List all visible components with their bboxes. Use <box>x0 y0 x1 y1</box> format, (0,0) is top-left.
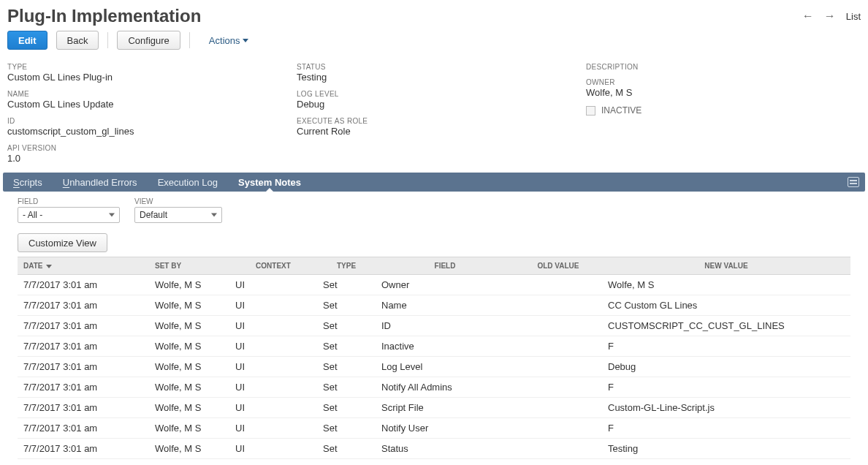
field-select-value: - All - <box>23 210 42 220</box>
cell-old <box>514 439 602 459</box>
table-row[interactable]: 7/7/2017 3:01 amWolfe, M SUISetInactiveF <box>18 336 850 357</box>
configure-button[interactable]: Configure <box>117 31 180 50</box>
tab-unhandled-errors[interactable]: Unhandled Errors <box>53 173 148 192</box>
field-label: EXECUTE AS ROLE <box>297 117 571 125</box>
filter-field: FIELD - All - <box>18 197 120 223</box>
cell-type: Set <box>317 439 376 459</box>
inactive-label: INACTIVE <box>601 105 642 116</box>
cell-old <box>514 459 602 466</box>
edit-button[interactable]: Edit <box>7 31 47 50</box>
cell-old <box>514 295 602 316</box>
cell-field: Status <box>376 439 514 459</box>
cell-old <box>514 418 602 439</box>
cell-old <box>514 357 602 377</box>
back-button[interactable]: Back <box>56 31 99 50</box>
cell-new: CC Custom GL Lines <box>602 295 850 316</box>
detail-field: IDcustomscript_custom_gl_lines <box>7 117 282 137</box>
field-label: ID <box>7 117 282 125</box>
cell-set_by: Wolfe, M S <box>149 418 229 439</box>
list-link[interactable]: List <box>846 11 861 22</box>
cell-set_by: Wolfe, M S <box>149 275 229 295</box>
table-row[interactable]: 7/7/2017 3:01 amWolfe, M SUISetScript Fi… <box>18 398 850 418</box>
field-value: Debug <box>297 99 571 110</box>
table-row[interactable]: 7/7/2017 3:01 amWolfe, M SUISetNotify Ow… <box>18 459 850 466</box>
cell-context: UI <box>229 377 317 398</box>
view-select[interactable]: Default <box>134 207 222 223</box>
cell-old <box>514 377 602 398</box>
cell-set_by: Wolfe, M S <box>149 398 229 418</box>
cell-context: UI <box>229 316 317 336</box>
field-value: Custom GL Lines Plug-in <box>7 72 282 83</box>
col-type[interactable]: TYPE <box>317 257 376 275</box>
col-date[interactable]: DATE <box>18 257 149 275</box>
table-row[interactable]: 7/7/2017 3:01 amWolfe, M SUISetLog Level… <box>18 357 850 377</box>
cell-type: Set <box>317 459 376 466</box>
cell-type: Set <box>317 275 376 295</box>
cell-set_by: Wolfe, M S <box>149 459 229 466</box>
cell-date: 7/7/2017 3:01 am <box>18 377 149 398</box>
table-row[interactable]: 7/7/2017 3:01 amWolfe, M SUISetNotify Us… <box>18 418 850 439</box>
cell-type: Set <box>317 377 376 398</box>
detail-field: STATUSTesting <box>297 63 571 83</box>
detail-field: API VERSION1.0 <box>7 144 282 164</box>
detail-field: TYPECustom GL Lines Plug-in <box>7 63 282 83</box>
filter-label: FIELD <box>18 197 120 205</box>
cell-old <box>514 275 602 295</box>
field-label: LOG LEVEL <box>297 90 571 98</box>
field-label: NAME <box>7 90 282 98</box>
cell-new: Debug <box>602 357 850 377</box>
actions-label: Actions <box>209 35 240 46</box>
filter-view: VIEW Default <box>134 197 222 223</box>
cell-new: Testing <box>602 439 850 459</box>
col-set-by[interactable]: SET BY <box>149 257 229 275</box>
nav-forward-icon[interactable]: → <box>824 10 836 22</box>
table-row[interactable]: 7/7/2017 3:01 amWolfe, M SUISetIDCUSTOMS… <box>18 316 850 336</box>
field-description: DESCRIPTION <box>586 63 861 71</box>
field-value: Current Role <box>297 126 571 137</box>
col-context[interactable]: CONTEXT <box>229 257 317 275</box>
col-old-value[interactable]: OLD VALUE <box>514 257 602 275</box>
table-row[interactable]: 7/7/2017 3:01 amWolfe, M SUISetOwnerWolf… <box>18 275 850 295</box>
detail-field: EXECUTE AS ROLECurrent Role <box>297 117 571 137</box>
field-label: API VERSION <box>7 144 282 152</box>
detail-field: NAMECustom GL Lines Update <box>7 90 282 110</box>
system-notes-table: DATE SET BY CONTEXT TYPE FIELD OLD VALUE… <box>18 257 850 465</box>
cell-new: F <box>602 418 850 439</box>
cell-date: 7/7/2017 3:01 am <box>18 295 149 316</box>
cell-context: UI <box>229 398 317 418</box>
cell-context: UI <box>229 357 317 377</box>
actions-dropdown[interactable]: Actions <box>209 35 249 46</box>
nav-back-icon[interactable]: ← <box>802 10 814 22</box>
field-value: Testing <box>297 72 571 83</box>
table-row[interactable]: 7/7/2017 3:01 amWolfe, M SUISetNotify Al… <box>18 377 850 398</box>
cell-new: T <box>602 459 850 466</box>
tab-system-notes[interactable]: System Notes <box>228 173 311 192</box>
table-row[interactable]: 7/7/2017 3:01 amWolfe, M SUISetStatusTes… <box>18 439 850 459</box>
field-value: customscript_custom_gl_lines <box>7 126 282 137</box>
cell-date: 7/7/2017 3:01 am <box>18 275 149 295</box>
owner-link[interactable]: Wolfe, M S <box>586 87 861 98</box>
cell-set_by: Wolfe, M S <box>149 295 229 316</box>
view-select-value: Default <box>140 210 167 220</box>
subtab-menu-icon[interactable] <box>848 177 859 187</box>
filter-label: VIEW <box>134 197 222 205</box>
col-new-value[interactable]: NEW VALUE <box>602 257 850 275</box>
cell-date: 7/7/2017 3:01 am <box>18 357 149 377</box>
tab-scripts[interactable]: Scripts <box>3 173 53 192</box>
cell-context: UI <box>229 439 317 459</box>
sort-desc-icon <box>46 265 52 268</box>
cell-field: ID <box>376 316 514 336</box>
cell-date: 7/7/2017 3:01 am <box>18 398 149 418</box>
col-field[interactable]: FIELD <box>376 257 514 275</box>
field-select[interactable]: - All - <box>18 207 120 223</box>
inactive-checkbox[interactable] <box>586 106 595 116</box>
field-label: TYPE <box>7 63 282 71</box>
table-row[interactable]: 7/7/2017 3:01 amWolfe, M SUISetNameCC Cu… <box>18 295 850 316</box>
cell-new: F <box>602 377 850 398</box>
cell-type: Set <box>317 357 376 377</box>
cell-old <box>514 316 602 336</box>
customize-view-button[interactable]: Customize View <box>18 233 107 252</box>
tab-execution-log[interactable]: Execution Log <box>148 173 228 192</box>
cell-date: 7/7/2017 3:01 am <box>18 316 149 336</box>
cell-set_by: Wolfe, M S <box>149 377 229 398</box>
